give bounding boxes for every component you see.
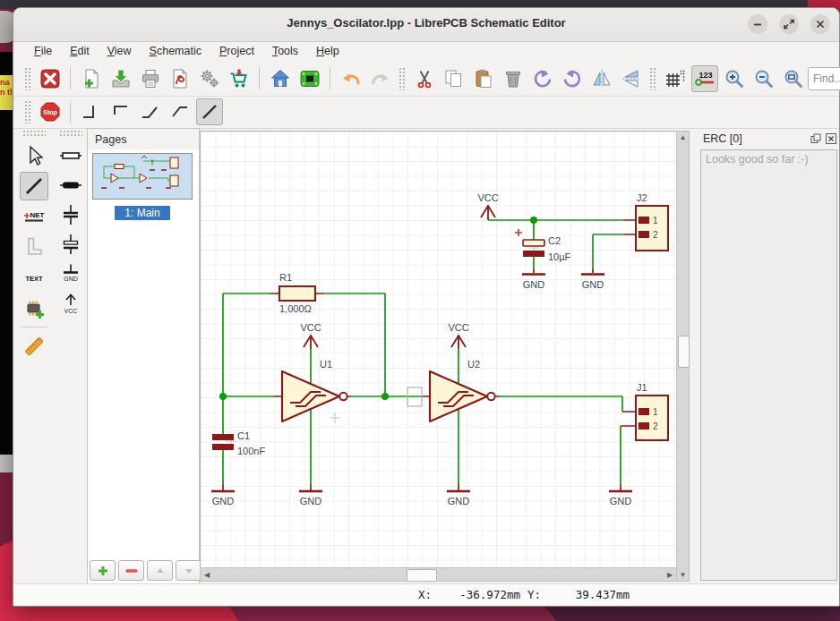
wire-mode-h-then-45-button[interactable] [137, 98, 164, 125]
toolbar-drag-handle[interactable] [649, 67, 656, 90]
board-editor-button[interactable] [296, 65, 323, 92]
menu-view[interactable]: View [99, 43, 140, 59]
menu-schematic[interactable]: Schematic [141, 43, 210, 59]
find-input[interactable] [808, 67, 840, 90]
order-pcb-button[interactable] [226, 65, 253, 92]
schematic-canvas[interactable]: GND GND GND GND GND GND [200, 131, 677, 568]
titlebar[interactable]: Jennys_Oscilator.lpp - LibrePCB Schemati… [13, 8, 839, 42]
redo-button[interactable] [367, 65, 394, 92]
add-resistor-us-button[interactable] [57, 172, 84, 199]
copy-button[interactable] [441, 65, 467, 92]
toolbar-drag-handle[interactable] [22, 130, 46, 137]
cut-icon [414, 68, 435, 89]
menu-help[interactable]: Help [308, 43, 347, 59]
paste-button[interactable] [470, 65, 497, 92]
zoom-fit-button[interactable] [780, 65, 807, 92]
erc-message-list[interactable]: Looks good so far :-) [700, 149, 837, 581]
flip-button[interactable] [618, 65, 645, 92]
close-project-button[interactable] [37, 65, 64, 92]
capacitor-polarized-icon [59, 233, 82, 256]
draw-polygon-tool-button[interactable] [20, 233, 48, 261]
menu-project[interactable]: Project [211, 43, 262, 59]
close-button[interactable] [810, 14, 830, 34]
stop-icon: Stop [39, 101, 61, 123]
canvas-vertical-scrollbar[interactable]: ▲ ▼ [676, 131, 690, 582]
measure-distance-tool-button[interactable] [20, 332, 48, 361]
scroll-down-arrow[interactable]: ▼ [677, 569, 689, 581]
netlabel-icon: NET [22, 205, 46, 228]
quick-add-toolbar: GND VCC [55, 128, 87, 584]
background-black-strip [0, 52, 13, 455]
abort-command-button[interactable]: Stop [37, 98, 64, 125]
menu-tools[interactable]: Tools [264, 43, 306, 59]
add-text-tool-button[interactable]: TEXT [20, 263, 48, 292]
add-component-tool-button[interactable] [20, 293, 48, 322]
undo-button[interactable] [338, 65, 364, 92]
wire-mode-h-then-v-button[interactable] [78, 98, 105, 125]
print-button[interactable] [137, 65, 164, 92]
add-vcc-button[interactable]: VCC [57, 290, 84, 317]
new-sheet-icon [81, 68, 102, 89]
remove-page-button[interactable] [118, 560, 144, 581]
move-page-up-button[interactable] [147, 560, 173, 581]
scroll-left-arrow[interactable]: ◀ [201, 568, 213, 581]
erc-dock: ERC [0] Looks good so far :-) [698, 128, 840, 584]
scroll-right-arrow[interactable]: ▶ [664, 568, 676, 581]
add-resistor-eu-button[interactable] [57, 142, 84, 169]
add-capacitor-polarized-button[interactable] [57, 231, 84, 258]
delete-button[interactable] [500, 65, 527, 92]
zoom-in-button[interactable] [721, 65, 748, 92]
minimize-button[interactable] [748, 14, 767, 34]
canvas-horizontal-scrollbar[interactable]: ◀ ▶ [200, 567, 677, 582]
menu-file[interactable]: File [26, 43, 60, 59]
select-tool-button[interactable] [20, 141, 48, 170]
menu-edit[interactable]: Edit [62, 43, 98, 59]
order-pcb-cart-icon [228, 68, 250, 89]
capacitor-icon [59, 203, 82, 226]
dock-splitter[interactable] [690, 128, 698, 584]
c1-name: C1 [237, 430, 250, 441]
add-page-button[interactable] [90, 560, 116, 581]
toolbar-drag-handle[interactable] [24, 100, 31, 123]
grid-settings-button[interactable] [662, 65, 689, 92]
toolbar-drag-handle[interactable] [399, 67, 406, 90]
measure-123-icon: 123 [694, 68, 716, 89]
gnd-symbol-icon: GND [59, 262, 82, 285]
draw-wire-tool-button[interactable] [20, 172, 48, 200]
wire-mode-v-then-h-button[interactable] [107, 98, 134, 125]
export-pdf-button[interactable] [167, 65, 193, 92]
save-project-button[interactable] [107, 65, 134, 92]
rotate-ccw-button[interactable] [529, 65, 556, 92]
zoom-fit-icon [783, 68, 804, 89]
add-capacitor-button[interactable] [57, 201, 84, 228]
j1-pin1-number: 1 [653, 407, 658, 417]
move-page-down-button[interactable] [176, 560, 201, 581]
toolbar-drag-handle[interactable] [59, 130, 82, 137]
zoom-out-button[interactable] [750, 65, 777, 92]
add-netlabel-tool-button[interactable]: NET [20, 202, 48, 231]
measure-tool-button[interactable]: 123 [691, 65, 718, 92]
coord-y-label: Y: [527, 588, 547, 601]
add-gnd-button[interactable]: GND [57, 260, 84, 287]
toolbar-drag-handle[interactable] [24, 67, 31, 90]
rotate-cw-button[interactable] [559, 65, 586, 92]
cut-button[interactable] [411, 65, 438, 92]
mirror-button[interactable] [588, 65, 615, 92]
arrow-up-icon [155, 566, 166, 576]
wire-mode-straight-button[interactable] [196, 98, 223, 125]
project-settings-button[interactable] [196, 65, 223, 92]
page-list-item[interactable]: 1: Main [92, 153, 193, 220]
vertical-scroll-thumb[interactable] [678, 336, 690, 368]
erc-float-button[interactable] [810, 132, 822, 145]
page-label-selected[interactable]: 1: Main [115, 206, 170, 220]
wire-mode-45-then-h-button[interactable] [167, 98, 193, 125]
new-sheet-button[interactable] [78, 65, 105, 92]
horizontal-scroll-thumb[interactable] [407, 569, 437, 582]
home-icon [270, 68, 291, 89]
scroll-up-arrow[interactable]: ▲ [677, 132, 689, 143]
restore-button[interactable] [779, 14, 799, 34]
erc-close-button[interactable] [825, 132, 837, 145]
window-title: Jennys_Oscilator.lpp - LibrePCB Schemati… [13, 16, 839, 30]
main-toolbar: 123 [13, 61, 839, 97]
home-button[interactable] [267, 65, 294, 92]
